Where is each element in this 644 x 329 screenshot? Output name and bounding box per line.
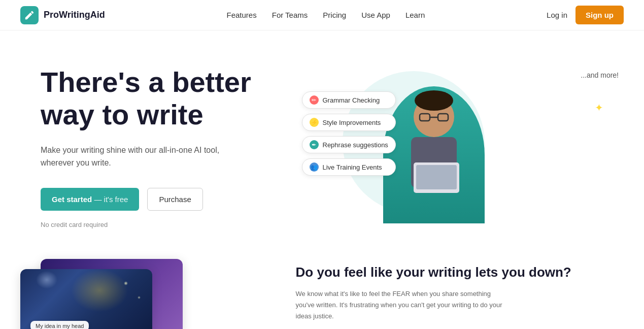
login-link[interactable]: Log in [547,11,567,19]
logo-icon [20,6,39,24]
no-credit-text: No credit card required [41,221,332,228]
nav-pricing[interactable]: Pricing [323,11,346,19]
image-stack: My idea in my head [20,259,193,329]
my-idea-bubble: My idea in my head [30,321,89,329]
grammar-icon: ✏ [310,95,319,105]
rephrase-icon: ✒ [310,140,319,149]
pill-training: 👥 Live Training Events [302,158,396,176]
svg-rect-7 [416,165,457,189]
hero-title-line2: way to write [41,98,204,130]
nav-actions: Log in Sign up [547,6,624,24]
section-body: We know what it's like to feel the FEAR … [296,288,509,322]
person-svg [383,86,485,223]
section-title: Do you feel like your writing lets you d… [296,264,603,281]
svg-point-4 [415,90,453,111]
pill-rephrase: ✒ Rephrase suggestions [302,136,396,153]
hero-person-illustration [383,86,485,223]
section-title-text: Do you feel like your writing lets you d… [296,265,571,280]
style-icon: ⚡ [310,118,319,127]
main-nav: ProWritingAid Features For Teams Pricing… [0,0,644,30]
second-right: Do you feel like your writing lets you d… [296,259,603,322]
purchase-button[interactable]: Purchase [147,188,202,211]
starry-night-illustration [20,269,152,329]
hero-left: There's a better way to write Make your … [41,61,332,228]
brand-name: ProWritingAid [44,10,105,20]
card-front: My idea in my head [20,269,152,329]
pill-grammar: ✏ Grammar Checking [302,91,396,109]
grammar-label: Grammar Checking [323,96,380,104]
hero-subtitle: Make your writing shine with our all-in-… [41,144,233,170]
hero-title: There's a better way to write [41,66,332,131]
get-started-label: Get started [52,195,92,204]
and-more-label: ...and more! [581,71,619,79]
hero-buttons: Get started — it's free Purchase [41,188,332,211]
feature-pills: ✏ Grammar Checking ⚡ Style Improvements … [302,91,396,176]
sparkle-icon: ✦ [595,102,603,114]
logo-link[interactable]: ProWritingAid [20,6,105,24]
hero-title-line1: There's a better [41,66,251,98]
training-label: Live Training Events [323,163,382,171]
rephrase-label: Rephrase suggestions [323,141,388,149]
hero-right: ...and more! ✦ [332,61,624,223]
nav-learn[interactable]: Learn [405,11,425,19]
nav-for-teams[interactable]: For Teams [272,11,308,19]
style-label: Style Improvements [323,119,381,126]
nav-use-app[interactable]: Use App [361,11,390,19]
free-label: — it's free [94,195,128,204]
signup-button[interactable]: Sign up [575,6,624,24]
nav-links: Features For Teams Pricing Use App Learn [227,11,425,20]
training-icon: 👥 [310,162,319,172]
logo-svg [24,10,35,21]
second-section: My idea in my head Do you feel like your… [0,249,644,329]
second-left: My idea in my head [20,259,265,329]
pill-style: ⚡ Style Improvements [302,114,396,131]
hero-section: There's a better way to write Make your … [0,30,644,249]
nav-features[interactable]: Features [227,11,257,19]
get-started-button[interactable]: Get started — it's free [41,188,139,211]
